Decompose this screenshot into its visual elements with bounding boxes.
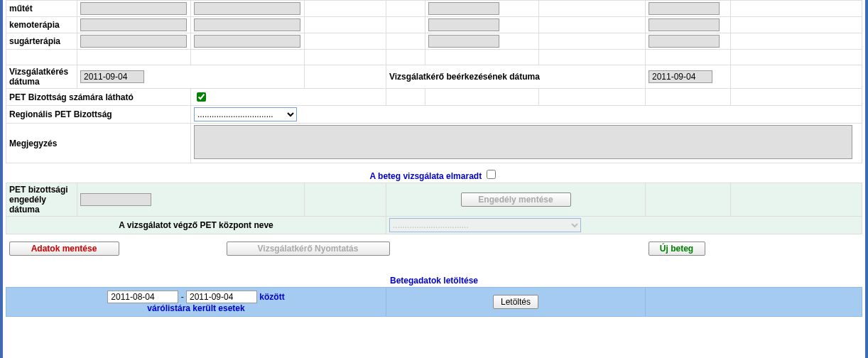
- therapy-row-mutet: műtét: [6, 1, 862, 17]
- therapy-table: műtét kemoterápia sugárterápia Vizsgálat…: [6, 0, 862, 317]
- sugar-input-2[interactable]: [194, 35, 300, 48]
- mutet-input-3[interactable]: [428, 2, 499, 15]
- permit-row: PET bizottsági engedély dátuma Engedély …: [6, 183, 862, 217]
- therapy-row-kemo: kemoterápia: [6, 17, 862, 33]
- note-label: Megjegyzés: [6, 124, 191, 163]
- kemo-input-1[interactable]: [80, 18, 187, 31]
- pet-visibility-row: PET Bizottság számára látható: [6, 89, 862, 106]
- permit-save-button[interactable]: Engedély mentése: [461, 192, 571, 207]
- download-between-label: között: [259, 292, 284, 302]
- therapy-row-sugar: sugárterápia: [6, 33, 862, 50]
- note-textarea[interactable]: [194, 125, 852, 159]
- performing-center-select: ................................: [389, 218, 581, 232]
- mutet-input-2[interactable]: [194, 2, 300, 15]
- download-button[interactable]: Letöltés: [493, 295, 538, 309]
- waiting-list-link[interactable]: várólistára került esetek: [147, 303, 244, 313]
- exam-request-date-label: Vizsgálatkérés dátuma: [6, 65, 77, 89]
- kemo-input-4[interactable]: [649, 18, 720, 31]
- print-button: Vizsgálatkérő Nyomtatás: [227, 242, 390, 256]
- performing-center-label: A vizsgálatot végző PET központ neve: [6, 217, 386, 234]
- sugar-input-4[interactable]: [649, 35, 720, 48]
- download-row: - között várólistára került esetek Letöl…: [6, 287, 862, 316]
- mutet-input-1[interactable]: [80, 2, 187, 15]
- therapy-label: sugárterápia: [6, 33, 77, 50]
- note-row: Megjegyzés: [6, 124, 862, 163]
- exam-request-row: Vizsgálatkérés dátuma Vizsgálatkérő beér…: [6, 65, 862, 89]
- new-patient-button[interactable]: Új beteg: [649, 242, 705, 256]
- therapy-label: műtét: [6, 1, 77, 17]
- kemo-input-3[interactable]: [428, 18, 499, 31]
- missed-label: A beteg vizsgálata elmaradt: [370, 171, 482, 181]
- regional-row: Regionális PET Bizottság ...............…: [6, 106, 862, 124]
- regional-select[interactable]: ................................: [194, 107, 297, 121]
- permit-date-label: PET bizottsági engedély dátuma: [6, 183, 77, 217]
- pet-visibility-checkbox[interactable]: [197, 92, 206, 102]
- kemo-input-2[interactable]: [194, 18, 300, 31]
- download-date-from[interactable]: [107, 291, 178, 303]
- missed-checkbox[interactable]: [487, 170, 496, 179]
- mutet-input-4[interactable]: [649, 2, 720, 15]
- action-buttons-row: Adatok mentése Vizsgálatkérő Nyomtatás Ú…: [6, 240, 862, 257]
- download-date-to[interactable]: [186, 291, 257, 303]
- exam-request-date-input[interactable]: [80, 70, 144, 83]
- regional-label: Regionális PET Bizottság: [6, 106, 191, 124]
- sugar-input-3[interactable]: [428, 35, 499, 48]
- save-button[interactable]: Adatok mentése: [9, 242, 119, 256]
- exam-received-label: Vizsgálatkérő beérkezésének dátuma: [386, 65, 646, 89]
- sugar-input-1[interactable]: [80, 35, 187, 48]
- download-title: Betegadatok letöltése: [6, 271, 862, 288]
- performing-center-row: A vizsgálatot végző PET központ neve ...…: [6, 217, 862, 234]
- permit-date-input[interactable]: [80, 193, 151, 206]
- exam-received-input[interactable]: [649, 70, 712, 83]
- missed-row: A beteg vizsgálata elmaradt: [6, 163, 862, 183]
- pet-visibility-label: PET Bizottság számára látható: [6, 89, 191, 106]
- therapy-label: kemoterápia: [6, 17, 77, 33]
